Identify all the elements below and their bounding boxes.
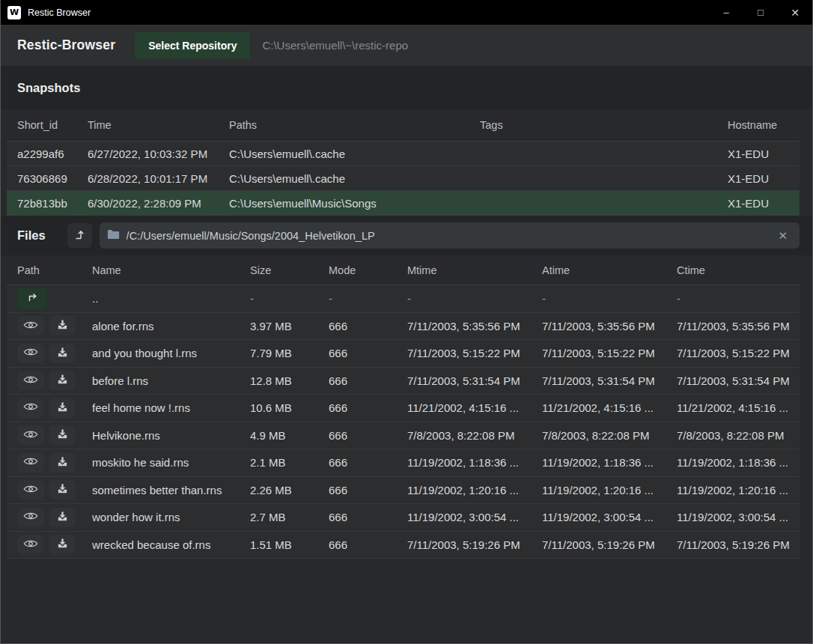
eye-icon [23,320,38,332]
file-atime: 7/11/2003, 5:35:56 PM [542,320,677,332]
download-file-button[interactable] [49,316,76,335]
repository-path[interactable]: C:\Users\emuell\~\restic-repo [262,39,408,52]
download-file-button[interactable] [49,480,76,499]
snapshot-hostname: X1-EDU [728,172,800,185]
download-icon [57,511,68,524]
file-mtime: 7/11/2003, 5:35:56 PM [407,320,542,332]
column-header-path: Path [17,264,92,276]
snapshot-row-selected[interactable]: 72b813bb 6/30/2022, 2:28:09 PM C:\Users\… [7,191,800,216]
download-file-button[interactable] [49,425,76,445]
snapshot-time: 6/27/2022, 10:03:32 PM [88,148,229,160]
file-ctime: 7/11/2003, 5:31:54 PM [677,374,800,387]
file-size: 2.1 MB [250,456,329,469]
preview-file-button[interactable] [17,480,44,499]
file-atime: - [542,292,677,305]
file-ctime: 11/19/2002, 1:20:16 ... [677,484,800,496]
file-mtime: 7/11/2003, 5:15:22 PM [407,347,542,359]
file-row: Helvikone.rns4.9 MB6667/8/2003, 8:22:08 … [7,422,800,450]
navigate-up-button[interactable] [17,288,47,309]
path-input[interactable] [127,230,774,242]
column-header-atime: Atime [542,264,677,276]
file-mode: 666 [329,511,407,523]
file-size: 7.79 MB [250,347,329,359]
file-ctime: 7/11/2003, 5:19:26 PM [677,538,800,551]
current-path-bar: ✕ [100,222,800,249]
download-icon [57,319,68,332]
clear-path-icon[interactable]: ✕ [773,229,792,243]
files-table-header: Path Name Size Mode Mtime Atime Ctime [7,255,800,285]
preview-file-button[interactable] [17,535,44,554]
file-mode: 666 [329,456,407,469]
snapshot-hostname: X1-EDU [728,148,800,160]
file-atime: 7/11/2003, 5:31:54 PM [542,374,677,387]
snapshot-paths: C:\Users\emuell\.cache [229,148,480,160]
snapshot-row[interactable]: 76306869 6/28/2022, 10:01:17 PM C:\Users… [7,166,800,191]
download-file-button[interactable] [49,371,76,390]
preview-file-button[interactable] [17,425,44,445]
app-header: Restic-Browser Select Repository C:\User… [1,25,812,66]
file-mtime: 7/11/2003, 5:31:54 PM [407,374,542,387]
app-logo-icon: W [7,6,21,19]
column-header-mtime: Mtime [407,264,542,276]
file-size: 1.51 MB [250,538,329,551]
file-size: 2.7 MB [250,511,329,523]
preview-file-button[interactable] [17,316,44,335]
file-row: moskito he said.rns2.1 MB66611/19/2002, … [7,449,800,477]
snapshot-time: 6/30/2022, 2:28:09 PM [88,197,229,210]
snapshot-time: 6/28/2022, 10:01:17 PM [88,172,229,185]
app-title: Restic-Browser [17,37,115,53]
file-atime: 7/11/2003, 5:15:22 PM [542,347,677,359]
download-file-button[interactable] [49,508,76,527]
download-file-button[interactable] [49,453,76,473]
close-button[interactable]: ✕ [778,0,812,25]
file-mtime: 11/19/2002, 1:18:36 ... [407,456,542,469]
download-file-button[interactable] [49,535,76,554]
maximize-button[interactable]: □ [743,0,778,25]
file-name[interactable]: .. [92,292,250,305]
snapshot-paths: C:\Users\emuell\Music\Songs [229,197,480,210]
preview-file-button[interactable] [17,508,44,527]
file-mtime: 7/8/2003, 8:22:08 PM [407,429,542,442]
minimize-button[interactable]: – [709,0,743,25]
file-mtime: 11/19/2002, 3:00:54 ... [407,511,542,523]
file-ctime: 11/19/2002, 3:00:54 ... [677,511,800,523]
file-atime: 11/19/2002, 1:20:16 ... [542,484,677,496]
file-mode: 666 [329,538,407,551]
download-icon [57,456,68,470]
file-atime: 7/11/2003, 5:19:26 PM [542,538,677,551]
column-header-hostname: Hostname [728,119,800,131]
preview-file-button[interactable] [17,344,44,363]
file-row: wonder how it.rns2.7 MB66611/19/2002, 3:… [7,504,800,532]
preview-file-button[interactable] [17,371,44,390]
snapshot-short-id: 72b813bb [17,197,88,210]
column-header-tags: Tags [480,119,728,131]
column-header-mode: Mode [329,264,407,276]
preview-file-button[interactable] [17,398,44,418]
file-mode: 666 [329,374,407,387]
eye-icon [23,538,38,551]
column-header-size: Size [250,264,329,276]
goto-root-button[interactable] [67,223,92,248]
file-name: moskito he said.rns [92,456,250,469]
column-header-short-id: Short_id [17,119,88,131]
up-right-arrow-icon [26,291,38,306]
titlebar: W Restic Browser – □ ✕ [1,0,812,25]
column-header-paths: Paths [229,119,480,131]
select-repository-button[interactable]: Select Repository [135,32,250,59]
file-mode: 666 [329,484,407,496]
download-file-button[interactable] [49,398,76,418]
file-mode: 666 [329,347,407,359]
file-row: before l.rns12.8 MB6667/11/2003, 5:31:54… [7,368,800,395]
file-ctime: - [677,292,800,305]
snapshot-short-id: a2299af6 [17,148,88,160]
file-ctime: 7/11/2003, 5:35:56 PM [677,320,800,332]
snapshot-row[interactable]: a2299af6 6/27/2022, 10:03:32 PM C:\Users… [7,142,800,166]
download-file-button[interactable] [49,344,76,363]
file-atime: 7/8/2003, 8:22:08 PM [542,429,677,442]
file-name: before l.rns [92,374,250,387]
file-mtime: - [407,292,542,305]
preview-file-button[interactable] [17,453,44,473]
file-mtime: 11/19/2002, 1:20:16 ... [407,484,542,496]
files-bar: Files ✕ [1,216,812,255]
up-from-bar-icon [73,228,85,243]
